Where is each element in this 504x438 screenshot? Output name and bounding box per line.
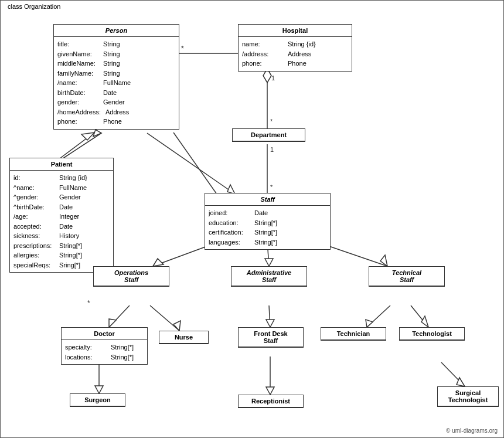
class-person: Person title:String givenName:String mid… [53,24,179,130]
class-receptionist: Receptionist [238,395,304,408]
svg-text:*: * [270,184,273,191]
copyright: © uml-diagrams.org [446,427,498,434]
class-patient-header: Patient [10,158,113,171]
class-surgical-technologist-header: Surgical Technologist [438,387,498,406]
class-technologist: Technologist [399,327,465,341]
class-hospital-body: name:String {id} /address:Address phone:… [239,37,352,71]
class-technician: Technician [321,327,386,341]
class-operations-staff-header: Operations Staff [94,267,169,286]
svg-line-20 [109,305,130,327]
class-technologist-header: Technologist [400,328,464,340]
svg-marker-19 [380,255,387,266]
svg-marker-37 [93,130,101,137]
svg-line-34 [441,362,465,386]
svg-line-22 [150,305,179,331]
class-receptionist-header: Receptionist [239,395,303,408]
class-administrative-staff: Administrative Staff [231,266,307,287]
class-front-desk-staff-header: Front Desk Staff [239,328,303,347]
svg-line-26 [367,305,390,327]
class-surgical-technologist: Surgical Technologist [437,386,499,407]
class-technical-staff-header: Technical Staff [369,267,444,286]
svg-marker-35 [457,378,465,386]
class-hospital: Hospital name:String {id} /address:Addre… [238,24,352,72]
svg-line-28 [411,305,428,327]
class-operations-staff: Operations Staff [93,266,169,287]
svg-line-38 [147,133,235,194]
svg-marker-29 [421,316,428,327]
class-hospital-header: Hospital [239,25,352,37]
svg-line-36 [62,133,101,159]
class-person-body: title:String givenName:String middleName… [54,37,179,129]
svg-line-10 [59,133,94,159]
svg-text:1: 1 [270,146,274,153]
class-nurse: Nurse [159,331,209,344]
class-doctor: Doctor specialty:String[*] locations:Str… [61,327,148,365]
svg-marker-33 [266,387,274,395]
class-front-desk-staff: Front Desk Staff [238,327,304,348]
diagram-container: class Organization * * 1 * 1 * [0,0,504,438]
class-surgeon: Surgeon [70,393,125,407]
svg-text:*: * [181,45,184,53]
svg-marker-31 [95,386,103,393]
class-staff: Staff joined:Date education:String[*] ce… [205,193,331,250]
class-technician-header: Technician [321,328,386,340]
class-person-header: Person [54,25,179,37]
class-administrative-staff-header: Administrative Staff [231,267,307,286]
class-department-header: Department [233,129,305,141]
svg-text:*: * [270,118,273,125]
class-doctor-body: specialty:String[*] locations:String[*] [62,340,147,364]
svg-marker-15 [153,259,164,266]
svg-marker-23 [173,321,181,331]
class-doctor-header: Doctor [62,328,147,340]
diagram-title: class Organization [5,3,63,10]
svg-marker-27 [366,320,373,327]
class-staff-header: Staff [205,193,330,206]
svg-marker-11 [81,133,94,140]
class-nurse-header: Nurse [159,331,208,344]
class-department: Department [232,128,305,142]
svg-line-24 [269,305,270,327]
svg-text:1: 1 [271,74,275,82]
class-staff-body: joined:Date education:String[*] certific… [205,206,330,249]
class-patient-body: id:String {id} ^name:FullName ^gender:Ge… [10,171,113,272]
class-technical-staff: Technical Staff [369,266,445,287]
svg-marker-21 [109,319,116,327]
class-surgeon-header: Surgeon [70,394,125,406]
svg-marker-25 [266,320,274,327]
class-patient: Patient id:String {id} ^name:FullName ^g… [9,158,114,273]
svg-marker-17 [265,259,273,266]
svg-text:*: * [87,299,90,307]
